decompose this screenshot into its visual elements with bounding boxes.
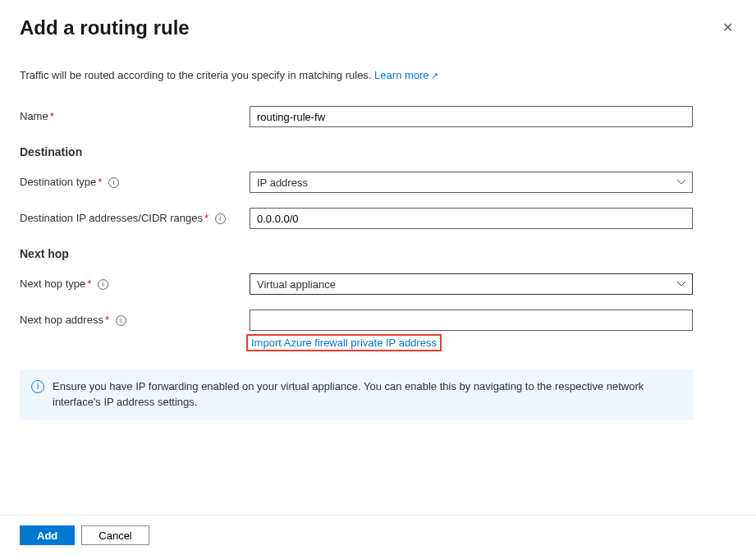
- info-icon[interactable]: i: [116, 315, 126, 326]
- next-hop-type-dropdown[interactable]: Virtual appliance: [250, 273, 693, 295]
- destination-type-value: IP address: [257, 177, 308, 189]
- destination-type-label: Destination type* i: [20, 172, 250, 188]
- description: Traffic will be routed according to the …: [20, 69, 736, 81]
- next-hop-type-value: Virtual appliance: [257, 278, 336, 291]
- name-label: Name*: [20, 106, 250, 122]
- next-hop-section-title: Next hop: [20, 247, 736, 260]
- destination-cidr-input[interactable]: [250, 208, 693, 229]
- destination-cidr-label: Destination IP addresses/CIDR ranges* i: [20, 208, 250, 224]
- import-firewall-ip-link[interactable]: Import Azure firewall private IP address: [246, 334, 442, 351]
- footer: Add Cancel: [0, 515, 756, 555]
- info-icon: i: [31, 380, 44, 393]
- description-text: Traffic will be routed according to the …: [20, 69, 371, 81]
- name-input[interactable]: [250, 106, 693, 127]
- destination-section-title: Destination: [20, 145, 736, 158]
- info-icon[interactable]: i: [215, 213, 226, 224]
- chevron-down-icon: [677, 178, 685, 186]
- learn-more-link[interactable]: Learn more↗: [374, 69, 438, 81]
- chevron-down-icon: [677, 280, 685, 288]
- info-callout: i Ensure you have IP forwarding enabled …: [20, 369, 693, 420]
- callout-text: Ensure you have IP forwarding enabled on…: [53, 379, 681, 411]
- close-icon[interactable]: ✕: [719, 16, 736, 39]
- info-icon[interactable]: i: [108, 177, 119, 188]
- info-icon[interactable]: i: [98, 279, 108, 290]
- page-title: Add a routing rule: [20, 16, 190, 39]
- cancel-button[interactable]: Cancel: [81, 525, 149, 545]
- next-hop-address-label: Next hop address* i: [20, 310, 250, 326]
- next-hop-address-input[interactable]: [250, 310, 693, 331]
- next-hop-type-label: Next hop type* i: [20, 273, 250, 290]
- destination-type-dropdown[interactable]: IP address: [250, 172, 693, 193]
- external-link-icon: ↗: [431, 71, 438, 80]
- add-button[interactable]: Add: [20, 525, 75, 545]
